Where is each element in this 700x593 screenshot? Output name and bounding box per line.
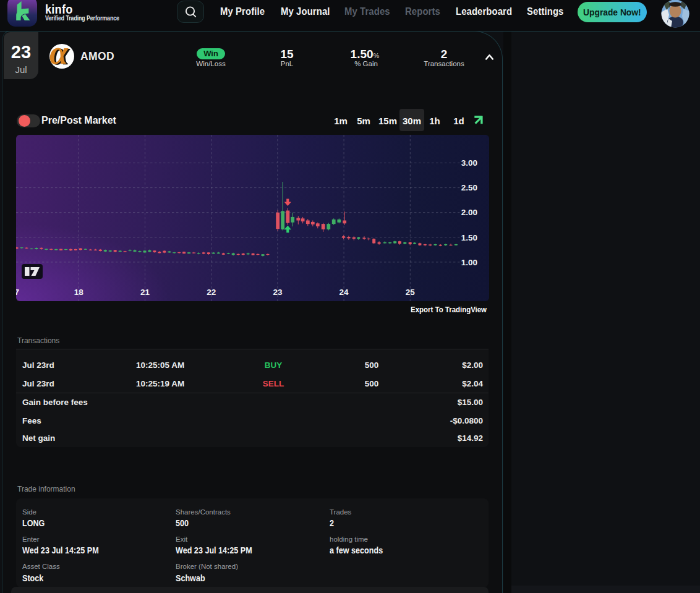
svg-text:24: 24 [339, 288, 349, 297]
svg-text:17: 17 [16, 288, 19, 297]
svg-text:21: 21 [140, 288, 150, 297]
svg-text:1.00: 1.00 [461, 258, 477, 267]
svg-text:18: 18 [74, 288, 84, 297]
svg-text:2.50: 2.50 [461, 183, 477, 192]
svg-text:23: 23 [273, 288, 283, 297]
svg-text:22: 22 [207, 288, 216, 297]
svg-text:3.00: 3.00 [461, 158, 477, 168]
svg-text:2.00: 2.00 [461, 208, 477, 217]
svg-text:1.50: 1.50 [461, 233, 477, 242]
svg-text:25: 25 [406, 288, 416, 297]
